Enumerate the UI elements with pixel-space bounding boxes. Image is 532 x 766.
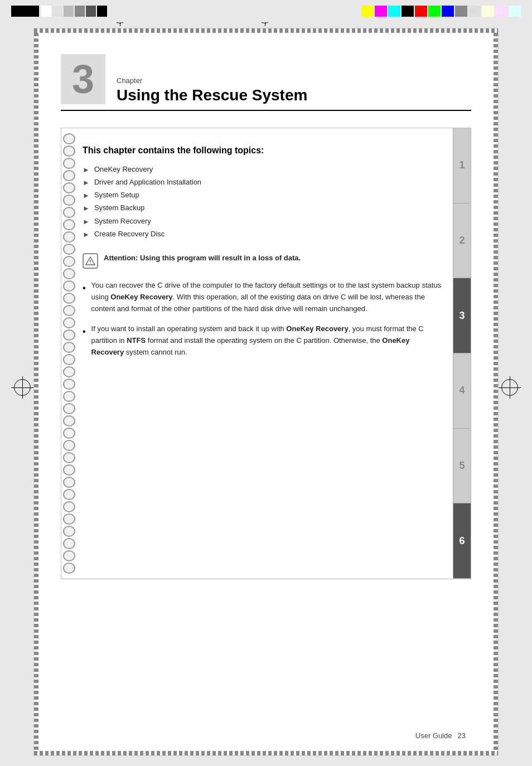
mark-yellow <box>361 6 374 17</box>
mark-black <box>402 6 414 17</box>
spiral-ring <box>63 489 75 500</box>
spiral-ring <box>63 563 75 574</box>
toc-arrow-2: ► <box>83 178 90 188</box>
toc-item: ► System Backup <box>83 203 442 214</box>
print-bar-top <box>0 0 532 22</box>
toc-item-label: Driver and Application Installation <box>94 177 201 187</box>
side-tab-6: 6 <box>453 503 471 579</box>
toc-item: ► Driver and Application Installation <box>83 177 442 188</box>
spiral-ring <box>63 170 75 181</box>
spiral-ring <box>63 342 75 353</box>
bold-onekey-2: OneKey Recovery <box>286 324 348 333</box>
toc-item: ► OneKey Recovery <box>83 164 442 175</box>
print-marks-left <box>11 6 107 17</box>
spiral-ring <box>63 379 75 390</box>
mark-blue <box>442 6 454 17</box>
toc-arrow-1: ► <box>83 165 90 175</box>
toc-arrow-5: ► <box>83 217 90 227</box>
footer-label: User Guide <box>415 731 452 740</box>
right-border <box>494 33 498 751</box>
body-bullet-1: • You can recover the C drive of the com… <box>83 280 442 314</box>
toc-item: ► Create Recovery Disc <box>83 229 442 240</box>
spiral-ring <box>63 428 75 439</box>
page-content: 3 Chapter Using the Rescue System <box>38 37 494 751</box>
bold-ntfs: NTFS <box>127 336 146 345</box>
footer-page: 23 <box>458 731 466 740</box>
crosshair-mr <box>501 379 518 396</box>
black-mark <box>11 6 39 17</box>
spiral-ring <box>63 195 75 206</box>
bold-onekey-1: OneKey Recovery <box>110 293 172 301</box>
mark-ltyellow <box>482 6 494 17</box>
toc-arrow-4: ► <box>83 203 90 214</box>
page-footer: User Guide 23 <box>415 731 466 740</box>
mark-red <box>415 6 427 17</box>
chapter-label: Chapter <box>117 76 471 85</box>
sq-blk <box>97 6 107 17</box>
spiral-ring <box>63 305 75 316</box>
attention-box: Attention: Using this program will resul… <box>83 251 442 271</box>
spiral-ring <box>63 256 75 267</box>
toc-item: ► System Setup <box>83 190 442 201</box>
toc-item-label: Create Recovery Disc <box>94 229 165 239</box>
warning-icon <box>85 256 95 266</box>
spiral-ring <box>63 550 75 561</box>
mark-gray <box>455 6 467 17</box>
spiral-ring <box>63 452 75 463</box>
spiral-ring <box>63 158 75 169</box>
attention-icon <box>83 253 98 269</box>
left-border <box>34 33 38 751</box>
spiral-ring <box>63 317 75 328</box>
toc-item-label: System Setup <box>94 190 139 200</box>
spiral-ring <box>63 403 75 414</box>
dashed-border-bottom <box>34 751 498 755</box>
spiral-ring <box>63 538 75 549</box>
toc-item-label: System Recovery <box>94 216 151 226</box>
side-tab-1: 1 <box>453 128 471 203</box>
spiral-ring <box>63 477 75 488</box>
page: 3 Chapter Using the Rescue System <box>33 28 499 756</box>
sq-dg <box>75 6 85 17</box>
spiral-ring <box>63 329 75 341</box>
dashed-border-top <box>34 28 498 33</box>
toc-heading: This chapter contains the following topi… <box>83 145 442 157</box>
svg-point-2 <box>90 263 91 264</box>
chapter-divider <box>61 110 471 111</box>
side-tab-5: 5 <box>453 429 471 504</box>
spiral-ring <box>63 133 75 144</box>
content-box: This chapter contains the following topi… <box>61 128 471 579</box>
toc-item: ► System Recovery <box>83 216 442 227</box>
spiral-ring <box>63 526 75 537</box>
sq-vdg <box>86 6 96 17</box>
spiral-ring <box>63 293 75 304</box>
sq-lg <box>52 6 62 17</box>
toc-arrow-3: ► <box>83 191 90 201</box>
spiral-ring <box>63 219 75 230</box>
spiral-ring <box>63 182 75 193</box>
mark-lgray <box>468 6 481 17</box>
body-bullets: • You can recover the C drive of the com… <box>83 280 442 358</box>
spiral-ring <box>63 146 75 157</box>
chapter-header: 3 Chapter Using the Rescue System <box>61 54 471 104</box>
footer-text: User Guide 23 <box>415 731 466 740</box>
attention-text: Attention: Using this program will resul… <box>104 253 301 263</box>
spiral-binding <box>61 128 77 579</box>
mark-magenta <box>375 6 387 17</box>
bullet-dot-1: • <box>83 281 86 295</box>
spiral-ring <box>63 268 75 279</box>
spiral-ring <box>63 280 75 292</box>
toc-list: ► OneKey Recovery ► Driver and Applicati… <box>83 164 442 240</box>
spiral-ring <box>63 354 75 365</box>
mark-cyan <box>388 6 400 17</box>
spiral-ring <box>63 501 75 512</box>
chapter-number: 3 <box>72 59 94 99</box>
body-text-2: If you want to install an operating syst… <box>91 323 442 358</box>
spiral-ring <box>63 513 75 525</box>
main-content: This chapter contains the following topi… <box>77 128 453 579</box>
toc-item-label: System Backup <box>94 203 144 213</box>
side-tab-2: 2 <box>453 203 471 279</box>
chapter-label-title: Chapter Using the Rescue System <box>117 76 471 104</box>
spiral-ring <box>63 464 75 476</box>
crosshair-ml <box>14 379 31 396</box>
mark-green <box>428 6 441 17</box>
